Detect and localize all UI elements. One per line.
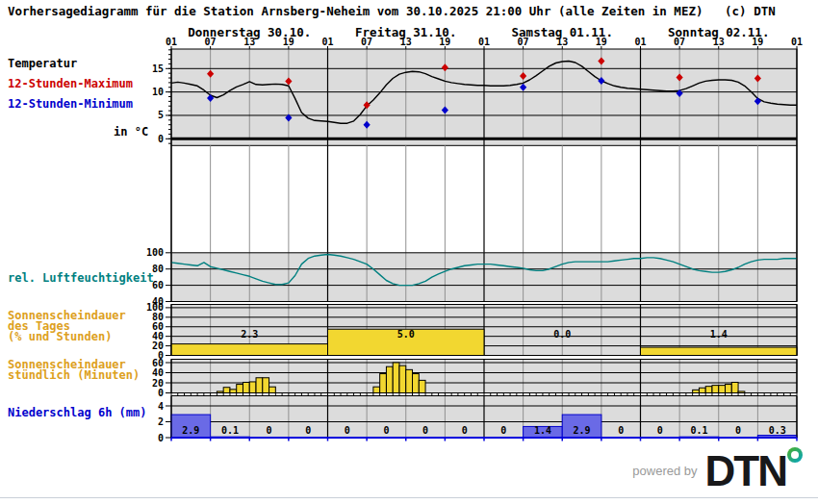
svg-text:5: 5 (158, 110, 164, 120)
svg-text:20: 20 (152, 340, 164, 351)
svg-text:0: 0 (158, 433, 164, 443)
svg-text:07: 07 (205, 37, 217, 47)
footer-brand: powered by DTN (632, 445, 803, 488)
svg-text:0: 0 (618, 425, 624, 436)
svg-text:40: 40 (152, 331, 164, 341)
meteogram-chart: Donnerstag 30.10.Freitag 31.10.Samstag 0… (0, 0, 818, 504)
svg-text:0: 0 (657, 425, 663, 436)
svg-text:2.3: 2.3 (241, 329, 258, 340)
svg-text:0: 0 (345, 425, 350, 436)
svg-text:01: 01 (321, 37, 333, 47)
svg-text:20: 20 (152, 378, 164, 389)
svg-text:1.4: 1.4 (534, 425, 551, 436)
footer-divider (0, 497, 818, 498)
empty-panel (171, 145, 797, 252)
label-sunshine-daily: Sonnenscheindauer des Tages (% und Stund… (8, 311, 126, 342)
svg-text:0: 0 (158, 388, 164, 398)
svg-text:60: 60 (152, 358, 164, 368)
sunshine-daily-panel: 0204060801002.35.00.01.4 (146, 302, 797, 361)
svg-text:13: 13 (713, 37, 725, 47)
dtn-logo-donut-icon (787, 447, 803, 463)
svg-text:60: 60 (152, 321, 164, 332)
svg-text:0: 0 (422, 425, 428, 436)
label-temperature: Temperatur (8, 58, 77, 69)
svg-text:0.1: 0.1 (690, 425, 707, 436)
svg-text:5.0: 5.0 (397, 329, 415, 340)
label-12h-minimum: 12-Stunden-Minimum (8, 98, 133, 110)
svg-text:0.1: 0.1 (221, 425, 239, 436)
label-12h-maximum: 12-Stunden-Maximum (8, 78, 133, 89)
svg-text:19: 19 (596, 37, 607, 47)
svg-text:2: 2 (158, 416, 164, 427)
label-precipitation: Niederschlag 6h (mm) (8, 407, 147, 418)
svg-text:60: 60 (152, 280, 164, 290)
svg-text:0: 0 (305, 425, 311, 436)
svg-text:07: 07 (361, 37, 372, 47)
svg-text:19: 19 (283, 37, 294, 47)
svg-text:80: 80 (152, 264, 164, 274)
svg-text:100: 100 (146, 302, 164, 313)
svg-text:15: 15 (152, 63, 164, 74)
svg-text:13: 13 (243, 37, 255, 47)
svg-text:0: 0 (267, 425, 272, 436)
svg-text:80: 80 (152, 312, 164, 322)
svg-text:0: 0 (158, 134, 164, 144)
svg-text:40: 40 (152, 367, 164, 378)
svg-text:0.3: 0.3 (769, 425, 786, 436)
precipitation-panel: 0242.90.100000001.42.9000.100.3 (158, 396, 797, 443)
label-sunshine-hourly: Sonnenscheindauer stündlich (Minuten) (8, 360, 140, 381)
dtn-logo: DTN (705, 455, 786, 488)
svg-text:01: 01 (634, 37, 646, 47)
svg-text:01: 01 (791, 37, 803, 47)
svg-text:100: 100 (146, 247, 164, 258)
svg-text:0: 0 (383, 425, 389, 436)
sunshine-hourly-panel: 0204060 (152, 358, 797, 399)
svg-text:01: 01 (478, 37, 490, 47)
temperature-panel: 051015 (152, 49, 797, 145)
svg-text:0: 0 (500, 425, 506, 436)
svg-text:0: 0 (735, 425, 741, 436)
svg-text:19: 19 (752, 37, 763, 47)
svg-text:13: 13 (400, 37, 412, 47)
svg-text:0: 0 (462, 425, 468, 436)
svg-text:2.9: 2.9 (182, 425, 199, 436)
svg-text:07: 07 (674, 37, 685, 47)
svg-text:07: 07 (518, 37, 529, 47)
svg-text:19: 19 (439, 37, 450, 47)
svg-text:2.9: 2.9 (574, 425, 591, 436)
svg-text:0.0: 0.0 (553, 329, 571, 340)
powered-by-text: powered by (632, 464, 697, 478)
label-humidity: rel. Luftfeuchtigkeit (8, 272, 154, 284)
svg-text:13: 13 (556, 37, 568, 47)
time-axis: Donnerstag 30.10.Freitag 31.10.Samstag 0… (166, 25, 803, 49)
humidity-panel: 406080100 (146, 247, 797, 307)
svg-text:4: 4 (158, 401, 164, 412)
label-temperature-unit: in °C (114, 126, 148, 138)
svg-text:01: 01 (166, 37, 177, 47)
svg-text:10: 10 (152, 87, 164, 97)
svg-text:1.4: 1.4 (710, 329, 728, 340)
